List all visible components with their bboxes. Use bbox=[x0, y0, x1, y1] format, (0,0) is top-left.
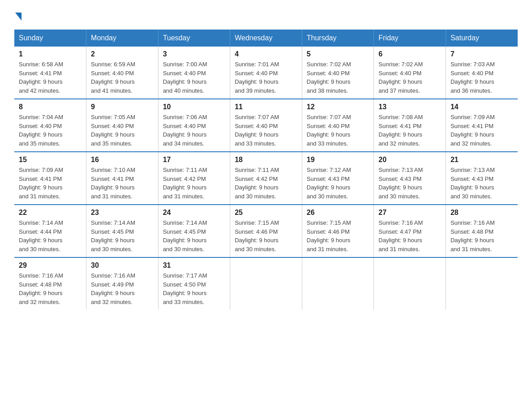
calendar-cell: 7Sunrise: 7:03 AMSunset: 4:40 PMDaylight… bbox=[446, 47, 518, 99]
day-info: Sunrise: 7:14 AMSunset: 4:45 PMDaylight:… bbox=[163, 218, 226, 253]
day-number: 18 bbox=[235, 156, 297, 164]
calendar-cell: 23Sunrise: 7:14 AMSunset: 4:45 PMDayligh… bbox=[86, 205, 159, 257]
calendar-cell bbox=[374, 257, 446, 310]
day-info: Sunrise: 7:03 AMSunset: 4:40 PMDaylight:… bbox=[450, 60, 513, 95]
calendar-cell: 10Sunrise: 7:06 AMSunset: 4:40 PMDayligh… bbox=[158, 99, 230, 152]
day-number: 16 bbox=[91, 156, 154, 164]
calendar-cell: 24Sunrise: 7:14 AMSunset: 4:45 PMDayligh… bbox=[158, 205, 230, 257]
calendar-cell: 6Sunrise: 7:02 AMSunset: 4:40 PMDaylight… bbox=[374, 47, 446, 99]
day-info: Sunrise: 7:15 AMSunset: 4:46 PMDaylight:… bbox=[235, 218, 297, 253]
day-info: Sunrise: 7:11 AMSunset: 4:42 PMDaylight:… bbox=[163, 166, 226, 201]
calendar-cell: 28Sunrise: 7:16 AMSunset: 4:48 PMDayligh… bbox=[446, 205, 518, 257]
calendar-cell: 27Sunrise: 7:16 AMSunset: 4:47 PMDayligh… bbox=[374, 205, 446, 257]
calendar-cell: 8Sunrise: 7:04 AMSunset: 4:40 PMDaylight… bbox=[14, 99, 86, 152]
calendar-cell: 14Sunrise: 7:09 AMSunset: 4:41 PMDayligh… bbox=[446, 99, 518, 152]
day-number: 31 bbox=[163, 261, 226, 270]
calendar-cell: 20Sunrise: 7:13 AMSunset: 4:43 PMDayligh… bbox=[374, 152, 446, 205]
day-number: 29 bbox=[19, 261, 82, 270]
day-info: Sunrise: 7:10 AMSunset: 4:41 PMDaylight:… bbox=[91, 166, 154, 201]
day-info: Sunrise: 7:17 AMSunset: 4:50 PMDaylight:… bbox=[163, 271, 226, 306]
calendar-cell bbox=[230, 257, 302, 310]
calendar-cell: 16Sunrise: 7:10 AMSunset: 4:41 PMDayligh… bbox=[86, 152, 159, 205]
day-info: Sunrise: 7:08 AMSunset: 4:41 PMDaylight:… bbox=[378, 113, 441, 148]
calendar-cell: 12Sunrise: 7:07 AMSunset: 4:40 PMDayligh… bbox=[302, 99, 374, 152]
calendar-cell: 29Sunrise: 7:16 AMSunset: 4:48 PMDayligh… bbox=[14, 257, 86, 310]
day-number: 19 bbox=[307, 156, 369, 164]
page-header bbox=[14, 11, 518, 21]
day-info: Sunrise: 7:16 AMSunset: 4:47 PMDaylight:… bbox=[378, 218, 441, 253]
calendar-cell: 25Sunrise: 7:15 AMSunset: 4:46 PMDayligh… bbox=[230, 205, 302, 257]
day-info: Sunrise: 7:02 AMSunset: 4:40 PMDaylight:… bbox=[307, 60, 369, 95]
day-number: 1 bbox=[19, 50, 82, 58]
calendar-header-tuesday: Tuesday bbox=[158, 30, 230, 47]
calendar-header-row: SundayMondayTuesdayWednesdayThursdayFrid… bbox=[14, 30, 518, 47]
day-number: 6 bbox=[378, 50, 441, 58]
day-number: 5 bbox=[307, 50, 369, 58]
day-info: Sunrise: 7:16 AMSunset: 4:48 PMDaylight:… bbox=[450, 218, 513, 253]
day-info: Sunrise: 7:07 AMSunset: 4:40 PMDaylight:… bbox=[307, 113, 369, 148]
calendar-cell: 4Sunrise: 7:01 AMSunset: 4:40 PMDaylight… bbox=[230, 47, 302, 99]
calendar-cell bbox=[302, 257, 374, 310]
day-number: 20 bbox=[378, 156, 441, 164]
day-info: Sunrise: 7:13 AMSunset: 4:43 PMDaylight:… bbox=[450, 166, 513, 201]
day-info: Sunrise: 7:05 AMSunset: 4:40 PMDaylight:… bbox=[91, 113, 154, 148]
day-info: Sunrise: 7:06 AMSunset: 4:40 PMDaylight:… bbox=[163, 113, 226, 148]
calendar-week-row: 22Sunrise: 7:14 AMSunset: 4:44 PMDayligh… bbox=[14, 205, 518, 257]
day-info: Sunrise: 7:00 AMSunset: 4:40 PMDaylight:… bbox=[163, 60, 226, 95]
day-info: Sunrise: 7:13 AMSunset: 4:43 PMDaylight:… bbox=[378, 166, 441, 201]
calendar-cell bbox=[446, 257, 518, 310]
day-number: 15 bbox=[19, 156, 82, 164]
day-number: 3 bbox=[163, 50, 226, 58]
day-number: 4 bbox=[235, 50, 297, 58]
day-info: Sunrise: 7:16 AMSunset: 4:49 PMDaylight:… bbox=[91, 271, 154, 306]
logo bbox=[14, 11, 21, 21]
day-number: 8 bbox=[19, 103, 82, 111]
day-number: 25 bbox=[235, 209, 297, 217]
day-number: 13 bbox=[378, 103, 441, 111]
calendar-cell: 26Sunrise: 7:15 AMSunset: 4:46 PMDayligh… bbox=[302, 205, 374, 257]
calendar-cell: 5Sunrise: 7:02 AMSunset: 4:40 PMDaylight… bbox=[302, 47, 374, 99]
day-number: 10 bbox=[163, 103, 226, 111]
calendar-week-row: 15Sunrise: 7:09 AMSunset: 4:41 PMDayligh… bbox=[14, 152, 518, 205]
calendar-header-thursday: Thursday bbox=[302, 30, 374, 47]
day-info: Sunrise: 7:15 AMSunset: 4:46 PMDaylight:… bbox=[307, 218, 369, 253]
day-number: 22 bbox=[19, 209, 82, 217]
calendar-cell: 1Sunrise: 6:58 AMSunset: 4:41 PMDaylight… bbox=[14, 47, 86, 99]
day-info: Sunrise: 7:09 AMSunset: 4:41 PMDaylight:… bbox=[19, 166, 82, 201]
day-number: 14 bbox=[450, 103, 513, 111]
calendar-header-wednesday: Wednesday bbox=[230, 30, 302, 47]
logo-arrow-icon bbox=[15, 13, 21, 21]
day-info: Sunrise: 6:59 AMSunset: 4:40 PMDaylight:… bbox=[91, 60, 154, 95]
day-number: 23 bbox=[91, 209, 154, 217]
calendar-cell: 18Sunrise: 7:11 AMSunset: 4:42 PMDayligh… bbox=[230, 152, 302, 205]
day-number: 12 bbox=[307, 103, 369, 111]
calendar-header-friday: Friday bbox=[374, 30, 446, 47]
day-info: Sunrise: 7:14 AMSunset: 4:44 PMDaylight:… bbox=[19, 218, 82, 253]
calendar-cell: 31Sunrise: 7:17 AMSunset: 4:50 PMDayligh… bbox=[158, 257, 230, 310]
calendar-cell: 15Sunrise: 7:09 AMSunset: 4:41 PMDayligh… bbox=[14, 152, 86, 205]
day-info: Sunrise: 7:09 AMSunset: 4:41 PMDaylight:… bbox=[450, 113, 513, 148]
day-info: Sunrise: 7:07 AMSunset: 4:40 PMDaylight:… bbox=[235, 113, 297, 148]
calendar-cell: 11Sunrise: 7:07 AMSunset: 4:40 PMDayligh… bbox=[230, 99, 302, 152]
day-number: 27 bbox=[378, 209, 441, 217]
calendar-cell: 13Sunrise: 7:08 AMSunset: 4:41 PMDayligh… bbox=[374, 99, 446, 152]
calendar-cell: 17Sunrise: 7:11 AMSunset: 4:42 PMDayligh… bbox=[158, 152, 230, 205]
day-info: Sunrise: 6:58 AMSunset: 4:41 PMDaylight:… bbox=[19, 60, 82, 95]
day-number: 7 bbox=[450, 50, 513, 58]
day-info: Sunrise: 7:01 AMSunset: 4:40 PMDaylight:… bbox=[235, 60, 297, 95]
day-number: 24 bbox=[163, 209, 226, 217]
day-number: 21 bbox=[450, 156, 513, 164]
day-number: 9 bbox=[91, 103, 154, 111]
day-info: Sunrise: 7:14 AMSunset: 4:45 PMDaylight:… bbox=[91, 218, 154, 253]
day-number: 17 bbox=[163, 156, 226, 164]
calendar-week-row: 29Sunrise: 7:16 AMSunset: 4:48 PMDayligh… bbox=[14, 257, 518, 310]
day-number: 2 bbox=[91, 50, 154, 58]
day-number: 28 bbox=[450, 209, 513, 217]
day-info: Sunrise: 7:12 AMSunset: 4:43 PMDaylight:… bbox=[307, 166, 369, 201]
day-info: Sunrise: 7:04 AMSunset: 4:40 PMDaylight:… bbox=[19, 113, 82, 148]
calendar-header-saturday: Saturday bbox=[446, 30, 518, 47]
calendar-cell: 22Sunrise: 7:14 AMSunset: 4:44 PMDayligh… bbox=[14, 205, 86, 257]
calendar-week-row: 1Sunrise: 6:58 AMSunset: 4:41 PMDaylight… bbox=[14, 47, 518, 99]
calendar-header-sunday: Sunday bbox=[14, 30, 86, 47]
calendar-header-monday: Monday bbox=[86, 30, 159, 47]
